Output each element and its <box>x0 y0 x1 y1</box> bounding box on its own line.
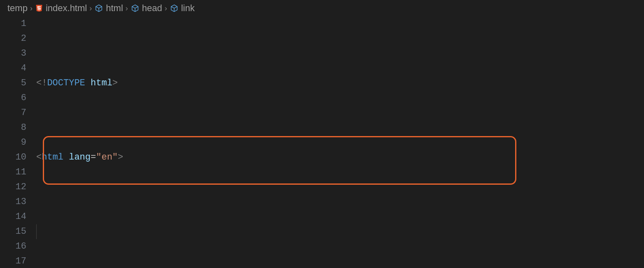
breadcrumb: temp › index.html › html › head › link <box>0 0 644 16</box>
line-number: 11 <box>0 165 26 180</box>
line-number: 10 <box>0 150 26 165</box>
breadcrumb-item-temp[interactable]: temp <box>7 3 28 14</box>
line-number: 8 <box>0 120 26 135</box>
chevron-right-icon: › <box>126 4 128 13</box>
code-content[interactable]: <!DOCTYPE html> <html lang="en"> <head> … <box>36 16 644 268</box>
cube-icon <box>131 4 140 13</box>
line-number: 17 <box>0 254 26 268</box>
line-number-gutter: 1 2 3 4 5 6 7 8 9 10 11 12 13 14 15 16 1… <box>0 16 36 268</box>
code-editor[interactable]: 1 2 3 4 5 6 7 8 9 10 11 12 13 14 15 16 1… <box>0 16 644 268</box>
line-number: 7 <box>0 106 26 120</box>
cube-icon <box>94 4 103 13</box>
breadcrumb-item-index[interactable]: index.html <box>46 3 87 14</box>
html5-icon <box>35 4 43 12</box>
chevron-right-icon: › <box>89 4 92 13</box>
chevron-right-icon: › <box>30 4 33 13</box>
line-number: 14 <box>0 209 26 224</box>
line-number: 12 <box>0 180 26 195</box>
line-number: 9 <box>0 135 26 150</box>
code-line[interactable] <box>36 224 636 239</box>
line-number: 6 <box>0 91 26 106</box>
line-number: 2 <box>0 31 26 46</box>
code-line[interactable]: <html lang="en"> <box>36 150 636 165</box>
breadcrumb-item-link[interactable]: link <box>181 3 195 14</box>
cube-icon <box>170 4 179 13</box>
line-number: 13 <box>0 195 26 209</box>
line-number: 5 <box>0 76 26 91</box>
breadcrumb-item-head[interactable]: head <box>142 3 162 14</box>
code-line[interactable]: <!DOCTYPE html> <box>36 76 636 91</box>
breadcrumb-item-html[interactable]: html <box>106 3 123 14</box>
line-number: 1 <box>0 16 26 31</box>
chevron-right-icon: › <box>165 4 167 13</box>
line-number: 4 <box>0 61 26 76</box>
line-number: 16 <box>0 239 26 254</box>
line-number: 3 <box>0 46 26 61</box>
line-number: 15 <box>0 224 26 239</box>
